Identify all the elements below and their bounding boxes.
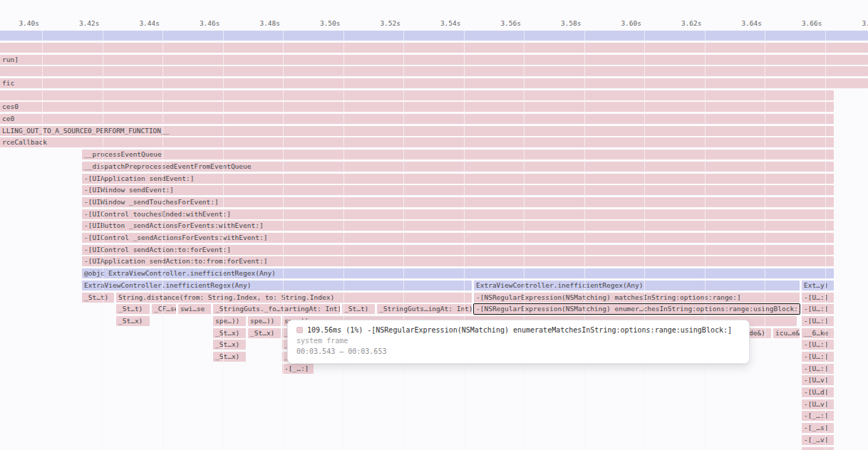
ruler-tick-label: 3.66s	[802, 19, 822, 27]
flame-frame[interactable]: -[U…d]	[802, 387, 834, 397]
flame-frame[interactable]: ce0	[0, 114, 834, 124]
ruler-tick-label: 3.52s	[380, 19, 401, 27]
flame-frame[interactable]: -[_…:]	[802, 411, 834, 421]
ruler-tick-label: 3.46s	[200, 19, 220, 27]
flame-frame[interactable]: swi…se	[178, 304, 211, 314]
flame-frame[interactable]: _St…t)	[116, 304, 150, 314]
flame-frame[interactable]	[0, 43, 868, 53]
ruler-tick-label: 3.60s	[621, 19, 641, 27]
ruler-tick-label: 3.40s	[19, 19, 39, 27]
frame-tooltip: 109.56ms (1%) -[NSRegularExpression(NSMa…	[287, 320, 750, 364]
frame-color-swatch-icon	[296, 327, 303, 333]
flame-frame[interactable]	[0, 66, 868, 76]
flame-graph-canvas[interactable]: 109.56ms (1%) -[NSRegularExpression(NSMa…	[0, 0, 868, 450]
ruler-tick-label: 3.54s	[440, 19, 461, 27]
flame-frame[interactable]: -[NSRegularExpression(NSMatching) matche…	[474, 293, 800, 303]
ruler-tick-label: 3.64s	[741, 19, 762, 27]
flame-frame[interactable]: _St…x)	[213, 328, 246, 338]
flame-frame[interactable]: __dispatchPreprocessedEventFromEventQueu…	[82, 162, 834, 172]
flame-frame[interactable]: LLING_OUT_TO_A_SOURCE0_PERFORM_FUNCTION_…	[0, 126, 834, 136]
flame-frame[interactable]: _St…x)	[116, 316, 150, 326]
flame-frame[interactable]: _St…t)	[82, 293, 114, 303]
flame-frame[interactable]: @objc ExtraViewController.inefficientReg…	[82, 268, 834, 278]
flame-frame[interactable]: _St…t)	[342, 304, 375, 314]
flame-frame[interactable]: ExtraViewController.inefficientRegex(Any…	[474, 281, 800, 291]
ruler-tick-label: 3.48s	[259, 19, 280, 27]
tooltip-title-row: 109.56ms (1%) -[NSRegularExpression(NSMa…	[296, 326, 740, 334]
ruler-tick-label: 3.42s	[79, 19, 100, 27]
ruler-tick-label: 3.44s	[139, 19, 160, 27]
flame-frame[interactable]: __processEventQueue	[82, 150, 834, 159]
flame-frame[interactable]: spe…))	[213, 316, 246, 326]
flame-frame[interactable]: icu…e&)	[773, 328, 800, 338]
flame-frame[interactable]: -[UIControl sendAction:to:forEvent:]	[82, 245, 834, 255]
tooltip-percent: (1%)	[346, 326, 363, 334]
flame-frame[interactable]: String.distance(from: String.Index, to: …	[116, 293, 472, 303]
flame-frame[interactable]	[802, 447, 834, 450]
timeline-ruler[interactable]	[0, 0, 868, 28]
flame-frame[interactable]: -[U…:]	[802, 340, 834, 350]
flame-frame[interactable]: -[UIWindow sendEvent:]	[82, 185, 834, 195]
flame-frame[interactable]: _CF…se	[152, 304, 176, 314]
flame-frame-selected[interactable]: -[NSRegularExpression(NSMatching) enumer…	[474, 304, 800, 314]
flame-frame[interactable]: run]	[0, 55, 868, 65]
flame-frame[interactable]: -[U…:]	[802, 293, 834, 303]
flame-frame[interactable]: -[UIWindow _sendTouchesForEvent:]	[82, 197, 834, 207]
flame-frame[interactable]: Ext…y)	[802, 281, 834, 291]
flame-frame[interactable]	[0, 31, 868, 41]
flame-frame[interactable]: _StringGuts…ingAt: Int)	[377, 304, 472, 314]
flame-frame[interactable]: rceCallback	[0, 137, 834, 147]
flame-frame[interactable]: -[_…v]	[802, 435, 834, 445]
ruler-tick-label: 3.68s	[862, 19, 868, 27]
flame-frame[interactable]: -[_…:]	[282, 364, 314, 374]
flame-frame[interactable]	[0, 90, 834, 100]
flame-frame[interactable]: -[U…:]	[802, 316, 834, 326]
flame-frame[interactable]: -[UIControl touchesEnded:withEvent:]	[82, 209, 834, 219]
flame-frame[interactable]: -[U…v]	[802, 375, 834, 385]
flame-frame[interactable]: de&)	[747, 328, 771, 338]
flame-frame[interactable]: -[_…s]	[802, 423, 834, 433]
flame-frame[interactable]: ExtraViewController.inefficientRegex(Any…	[82, 281, 472, 291]
flame-frame[interactable]: -[UIApplication sendAction:to:from:forEv…	[82, 256, 834, 266]
flame-frame[interactable]: -[UIApplication sendEvent:]	[82, 174, 834, 184]
flame-frame[interactable]: spe…))	[248, 316, 281, 326]
flame-frame[interactable]: -[U…:]	[802, 304, 834, 314]
flame-frame[interactable]: __6…ke	[802, 328, 834, 338]
flame-frame[interactable]: _St…x)	[248, 328, 281, 338]
ruler-tick-label: 3.62s	[681, 19, 702, 27]
ruler-tick-label: 3.58s	[561, 19, 582, 27]
flame-frame[interactable]: fic	[0, 78, 868, 88]
flame-frame[interactable]: _StringGuts._fo…tartingAt: Int)	[213, 304, 340, 314]
ruler-tick-label: 3.56s	[500, 19, 521, 27]
tooltip-frame-name: -[NSRegularExpression(NSMatching) enumer…	[367, 326, 732, 334]
ruler-tick-label: 3.50s	[320, 19, 341, 27]
flame-frame[interactable]: -[U…:]	[802, 352, 834, 362]
flame-frame[interactable]: -[UIControl _sendActionsForEvents:withEv…	[82, 233, 834, 243]
flame-frame[interactable]: ces0	[0, 102, 834, 112]
flame-frame[interactable]: _St…x)	[213, 340, 246, 350]
tooltip-time-range: 00:03.543 — 00:03.653	[296, 347, 740, 355]
flame-frame[interactable]: -[UIButton _sendActionsForEvents:withEve…	[82, 221, 834, 231]
flame-frame[interactable]: -[U…v]	[802, 399, 834, 409]
flame-frame[interactable]: -[U…:]	[802, 364, 834, 374]
tooltip-duration: 109.56ms	[307, 326, 341, 334]
flame-frame[interactable]: _St…x)	[213, 352, 246, 362]
tooltip-note: system frame	[296, 337, 740, 345]
